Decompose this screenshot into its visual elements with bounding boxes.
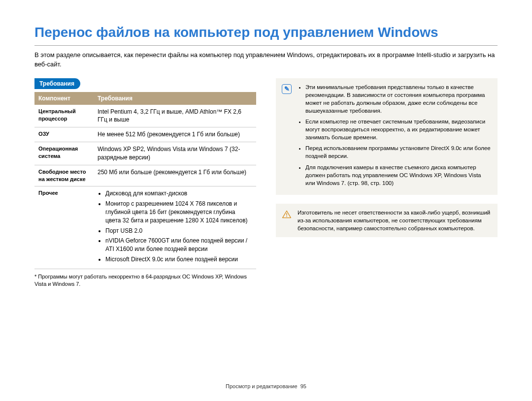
other-item: Монитор с разрешением 1024 X 768 пиксело… [105, 200, 252, 224]
table-row: Свободное место на жестком диске 250 Мб … [34, 165, 256, 186]
info-note-item: Эти минимальные требования представлены … [305, 83, 492, 115]
info-note-box: ✎ Эти минимальные требования представлен… [276, 78, 498, 195]
cell-ram-value: Не менее 512 Мб (рекомендуется 1 Гб или … [94, 127, 256, 142]
page-footer: Просмотр и редактирование 95 [0, 383, 532, 389]
cell-cpu-value: Intel Pentium 4, 3,2 ГГц и выше, AMD Ath… [94, 105, 256, 127]
intro-paragraph: В этом разделе описывается, как перенест… [34, 51, 498, 69]
footnote: * Программы могут работать некорректно в… [34, 273, 256, 288]
footer-section-label: Просмотр и редактирование [226, 383, 298, 389]
section-heading-pill: Требования [34, 78, 80, 89]
table-row: Операционная система Windows XP SP2, Win… [34, 142, 256, 165]
cell-other-value: Дисковод для компакт-дисков Монитор с ра… [94, 186, 256, 269]
info-icon: ✎ [282, 84, 292, 190]
other-item: Microsoft DirectX 9.0c или более поздней… [105, 255, 252, 264]
cell-os-label: Операционная система [34, 142, 94, 165]
left-column: Требования Компонент Требования Централь… [34, 78, 256, 288]
info-note-item: Если компьютер не отвечает системным тре… [305, 118, 492, 141]
cell-disk-value: 250 Мб или больше (рекомендуется 1 Гб ил… [94, 165, 256, 186]
table-row: ОЗУ Не менее 512 Мб (рекомендуется 1 Гб … [34, 127, 256, 142]
warning-note-box: Изготовитель не несет ответственности за… [276, 204, 498, 237]
other-item: Порт USB 2.0 [105, 227, 252, 235]
info-note-item: Для подключения камеры в качестве съемно… [305, 163, 492, 187]
table-header-requirements: Требования [94, 92, 256, 105]
warning-text: Изготовитель не несет ответственности за… [298, 209, 492, 232]
warning-icon [282, 210, 292, 232]
document-page: Перенос файлов на компьютер под управлен… [0, 0, 532, 401]
cell-ram-label: ОЗУ [34, 127, 94, 142]
table-row: Прочее Дисковод для компакт-дисков Монит… [34, 186, 256, 269]
page-title: Перенос файлов на компьютер под управлен… [34, 25, 498, 46]
svg-point-1 [286, 216, 287, 217]
footer-page-number: 95 [300, 383, 306, 389]
other-item: nVIDIA Geforce 7600GT или более поздней … [105, 237, 252, 253]
other-item: Дисковод для компакт-дисков [105, 189, 252, 198]
two-column-layout: Требования Компонент Требования Централь… [34, 78, 498, 288]
cell-cpu-label: Центральный процессор [34, 105, 94, 127]
table-row: Центральный процессор Intel Pentium 4, 3… [34, 105, 256, 127]
table-header-component: Компонент [34, 92, 94, 105]
requirements-table: Компонент Требования Центральный процесс… [34, 92, 256, 269]
cell-os-value: Windows XP SP2, Windows Vista или Window… [94, 142, 256, 165]
right-column: ✎ Эти минимальные требования представлен… [276, 78, 498, 288]
cell-disk-label: Свободное место на жестком диске [34, 165, 94, 186]
info-note-item: Перед использованием программы установит… [305, 144, 492, 160]
cell-other-label: Прочее [34, 186, 94, 269]
